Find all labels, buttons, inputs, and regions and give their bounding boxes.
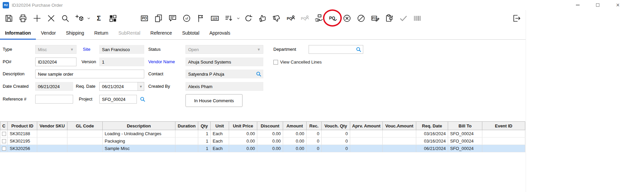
tab-information[interactable]: Information (0, 26, 36, 39)
chevron-down-icon[interactable]: ▼ (138, 82, 144, 90)
cell-product_id: SK302188 (8, 130, 37, 138)
search-icon[interactable] (256, 71, 262, 77)
maximize-button[interactable] (588, 0, 608, 10)
delete-button[interactable] (44, 11, 58, 25)
chevron-down-icon[interactable] (86, 11, 91, 25)
column-header[interactable]: Aprv. Amount (350, 122, 383, 130)
clipboard-refresh-button[interactable] (382, 11, 396, 25)
column-header[interactable]: Req. Date (416, 122, 448, 130)
table-row[interactable]: SK302188Loading - Unloading Charges1Each… (0, 130, 525, 138)
column-header[interactable]: Bill To (448, 122, 482, 130)
tab-approvals[interactable]: Approvals (204, 26, 235, 39)
tab-shipping[interactable]: Shipping (61, 26, 89, 39)
dispatch-button[interactable] (312, 11, 326, 25)
refresh-button[interactable] (241, 11, 255, 25)
sort-button[interactable] (222, 11, 236, 25)
column-header[interactable]: Vendor SKU (37, 122, 67, 130)
chevron-down-icon[interactable] (236, 11, 240, 25)
po-number-input[interactable] (35, 57, 76, 66)
status-dropdown[interactable]: Open▼ (185, 45, 263, 54)
tab-reference[interactable]: Reference (145, 26, 177, 39)
po-button[interactable]: PO (137, 11, 151, 25)
close-button[interactable]: × (608, 0, 628, 10)
approve-button[interactable] (255, 11, 269, 25)
cell-vendor_sku (37, 138, 67, 145)
comments-button[interactable] (165, 11, 179, 25)
copy-button[interactable] (151, 11, 165, 25)
column-header[interactable]: Discount (257, 122, 283, 130)
print-button[interactable] (16, 11, 30, 25)
cancel-circle-button[interactable] (340, 11, 354, 25)
in-house-comments-button[interactable]: In House Comments (185, 94, 243, 107)
svg-text:PQ: PQ (286, 16, 292, 21)
column-header[interactable]: Vouch. Qty (322, 122, 350, 130)
confirm-button[interactable] (396, 11, 410, 25)
tab-subtotal[interactable]: Subtotal (177, 26, 204, 39)
cell-rec: 0 (307, 138, 322, 145)
row-checkbox[interactable] (2, 139, 6, 143)
layout-grid-button[interactable] (106, 11, 120, 25)
cell-gl_code (67, 145, 103, 152)
cell-unit: Each (211, 130, 229, 138)
search-icon[interactable] (140, 96, 146, 102)
row-checkbox[interactable] (2, 132, 6, 136)
contact-label: Contact (148, 70, 163, 78)
add-item-button[interactable] (72, 11, 86, 25)
save-button[interactable] (2, 11, 16, 25)
tab-return[interactable]: Return (89, 26, 113, 39)
cell-discount: 0.00 (257, 130, 283, 138)
cell-aprv_amount (350, 138, 383, 145)
column-header[interactable]: Unit (211, 122, 229, 130)
column-header[interactable]: Duration (175, 122, 198, 130)
column-header[interactable]: Event ID (482, 122, 525, 130)
cell-bill_to: SFO_00024 (448, 145, 482, 152)
vendor-name-link-label[interactable]: Vendor Name (148, 57, 175, 66)
search-icon[interactable] (356, 46, 362, 52)
column-header[interactable]: Description (103, 122, 175, 130)
cell-vendor_sku (37, 130, 67, 138)
minimize-icon (576, 5, 580, 5)
flag-button[interactable] (194, 11, 208, 25)
search-button[interactable] (58, 11, 72, 25)
tab-vendor[interactable]: Vendor (36, 26, 61, 39)
project-input[interactable] (99, 95, 137, 104)
table-row[interactable]: SK320256Sample Misc1Each0.000.000.000006… (0, 145, 525, 152)
sum-button[interactable]: Σ (92, 11, 106, 25)
po-edit-button[interactable]: PO (368, 11, 382, 25)
column-header[interactable]: Vouc.Amount (383, 122, 416, 130)
created-by-label: Created By (148, 82, 170, 91)
department-label: Department (273, 45, 296, 54)
minimize-button[interactable] (568, 0, 588, 10)
type-dropdown[interactable]: Misc▼ (35, 45, 76, 54)
column-header[interactable]: Amount (283, 122, 307, 130)
tab-subrental[interactable]: SubRental (113, 26, 145, 39)
reference-input[interactable] (35, 95, 73, 104)
numbers-button[interactable]: 123 (208, 11, 222, 25)
pq-user-button[interactable]: PQ (283, 11, 298, 25)
reject-button[interactable] (269, 11, 283, 25)
description-input[interactable] (35, 70, 144, 78)
cell-gl_code (67, 130, 103, 138)
column-header[interactable]: Rec. (307, 122, 322, 130)
user-fields-button[interactable]: uf (179, 11, 194, 25)
req-date-picker[interactable]: ▼ (99, 82, 144, 91)
department-input[interactable] (309, 45, 363, 54)
view-cancelled-lines-checkbox[interactable]: View Cancelled Lines (273, 60, 322, 65)
add-button[interactable] (30, 11, 44, 25)
column-header[interactable]: Qty (198, 122, 211, 130)
column-header[interactable]: C (0, 122, 8, 130)
pq-menu-button[interactable]: PQ (326, 11, 340, 25)
row-checkbox[interactable] (2, 147, 6, 151)
column-header[interactable]: GL Code (67, 122, 103, 130)
cell-discount: 0.00 (257, 138, 283, 145)
req-date-input[interactable] (100, 82, 138, 90)
column-header[interactable]: Product ID (8, 122, 37, 130)
column-header[interactable]: Unit Price (229, 122, 257, 130)
pq-user-disabled-button[interactable]: PQ (298, 11, 312, 25)
po-number-label: PO# (3, 57, 11, 66)
site-link-label[interactable]: Site (83, 45, 90, 54)
exit-button[interactable] (509, 11, 523, 25)
void-button[interactable] (354, 11, 368, 25)
barcode-button[interactable] (410, 11, 424, 25)
table-row[interactable]: SK302195Packaging1Each0.000.000.000003/1… (0, 138, 525, 145)
